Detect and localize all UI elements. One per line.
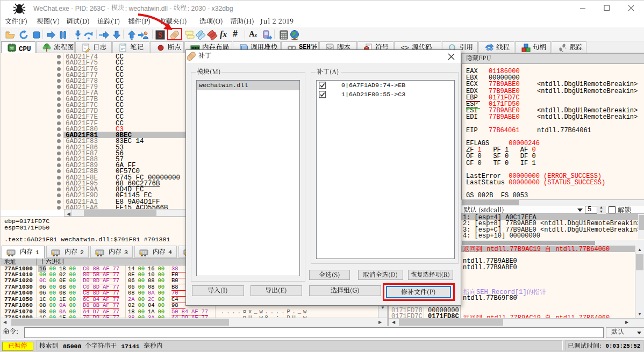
svg-text:32: 32 <box>10 47 14 50</box>
svg-text:S: S <box>158 31 162 39</box>
